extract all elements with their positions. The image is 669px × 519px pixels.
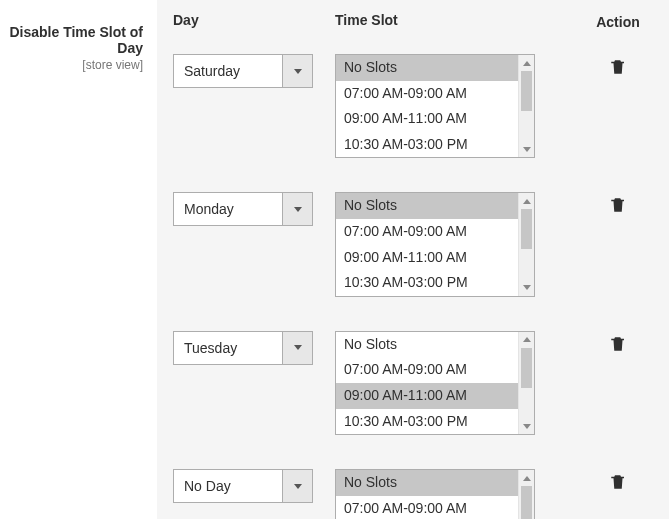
timeslot-option[interactable]: 10:30 AM-03:00 PM <box>336 270 518 296</box>
scroll-thumb[interactable] <box>521 348 532 388</box>
scrollbar[interactable] <box>518 55 534 157</box>
day-cell: Tuesday <box>173 331 335 365</box>
delete-icon[interactable] <box>609 478 627 494</box>
field-value-column: Day Time Slot Action SaturdayNo Slots07:… <box>157 0 669 519</box>
timeslot-option[interactable]: 07:00 AM-09:00 AM <box>336 496 518 519</box>
scroll-up-icon[interactable] <box>519 193 534 209</box>
timeslot-option[interactable]: 07:00 AM-09:00 AM <box>336 81 518 107</box>
table-row: SaturdayNo Slots07:00 AM-09:00 AM09:00 A… <box>157 40 669 172</box>
timeslot-option[interactable]: 09:00 AM-11:00 AM <box>336 383 518 409</box>
day-select-value: Tuesday <box>174 332 282 364</box>
day-select[interactable]: Saturday <box>173 54 313 88</box>
chevron-down-icon[interactable] <box>282 55 312 87</box>
day-cell: No Day <box>173 469 335 503</box>
scroll-down-icon[interactable] <box>519 141 534 157</box>
timeslot-cell: No Slots07:00 AM-09:00 AM09:00 AM-11:00 … <box>335 192 583 296</box>
table-header: Day Time Slot Action <box>157 0 669 40</box>
scroll-up-icon[interactable] <box>519 470 534 486</box>
header-timeslot: Time Slot <box>335 12 583 28</box>
timeslot-cell: No Slots07:00 AM-09:00 AM09:00 AM-11:00 … <box>335 331 583 435</box>
timeslot-listbox[interactable]: No Slots07:00 AM-09:00 AM09:00 AM-11:00 … <box>335 469 535 519</box>
delete-icon[interactable] <box>609 340 627 356</box>
timeslot-option[interactable]: No Slots <box>336 332 518 358</box>
timeslot-listbox[interactable]: No Slots07:00 AM-09:00 AM09:00 AM-11:00 … <box>335 331 535 435</box>
timeslot-option[interactable]: No Slots <box>336 193 518 219</box>
delete-icon[interactable] <box>609 201 627 217</box>
scrollbar[interactable] <box>518 332 534 434</box>
day-select-value: Saturday <box>174 55 282 87</box>
timeslot-option[interactable]: 09:00 AM-11:00 AM <box>336 106 518 132</box>
action-cell <box>583 192 653 217</box>
chevron-down-icon[interactable] <box>282 332 312 364</box>
scroll-down-icon[interactable] <box>519 280 534 296</box>
scroll-thumb[interactable] <box>521 486 532 519</box>
scrollbar[interactable] <box>518 470 534 519</box>
scroll-up-icon[interactable] <box>519 55 534 71</box>
day-select[interactable]: Tuesday <box>173 331 313 365</box>
header-day: Day <box>173 12 335 28</box>
action-cell <box>583 469 653 494</box>
day-select[interactable]: Monday <box>173 192 313 226</box>
action-cell <box>583 54 653 79</box>
timeslot-cell: No Slots07:00 AM-09:00 AM09:00 AM-11:00 … <box>335 469 583 519</box>
timeslot-option[interactable]: 07:00 AM-09:00 AM <box>336 357 518 383</box>
timeslot-option[interactable]: 10:30 AM-03:00 PM <box>336 409 518 435</box>
timeslot-cell: No Slots07:00 AM-09:00 AM09:00 AM-11:00 … <box>335 54 583 158</box>
day-select[interactable]: No Day <box>173 469 313 503</box>
scroll-up-icon[interactable] <box>519 332 534 348</box>
day-select-value: No Day <box>174 470 282 502</box>
table-row: MondayNo Slots07:00 AM-09:00 AM09:00 AM-… <box>157 178 669 310</box>
delete-icon[interactable] <box>609 63 627 79</box>
table-row: No DayNo Slots07:00 AM-09:00 AM09:00 AM-… <box>157 455 669 519</box>
timeslot-listbox[interactable]: No Slots07:00 AM-09:00 AM09:00 AM-11:00 … <box>335 54 535 158</box>
table-row: TuesdayNo Slots07:00 AM-09:00 AM09:00 AM… <box>157 317 669 449</box>
field-label: Disable Time Slot of Day <box>8 24 143 56</box>
header-action: Action <box>583 10 653 30</box>
scroll-track[interactable] <box>519 486 534 519</box>
day-cell: Saturday <box>173 54 335 88</box>
timeslot-option[interactable]: 09:00 AM-11:00 AM <box>336 245 518 271</box>
field-scope: [store view] <box>8 58 143 72</box>
scroll-thumb[interactable] <box>521 209 532 249</box>
field-label-column: Disable Time Slot of Day [store view] <box>0 0 157 72</box>
chevron-down-icon[interactable] <box>282 193 312 225</box>
scroll-thumb[interactable] <box>521 71 532 111</box>
day-cell: Monday <box>173 192 335 226</box>
action-cell <box>583 331 653 356</box>
scroll-down-icon[interactable] <box>519 418 534 434</box>
scroll-track[interactable] <box>519 209 534 279</box>
day-select-value: Monday <box>174 193 282 225</box>
timeslot-listbox[interactable]: No Slots07:00 AM-09:00 AM09:00 AM-11:00 … <box>335 192 535 296</box>
scrollbar[interactable] <box>518 193 534 295</box>
config-row: Disable Time Slot of Day [store view] Da… <box>0 0 669 519</box>
timeslot-option[interactable]: 10:30 AM-03:00 PM <box>336 132 518 158</box>
scroll-track[interactable] <box>519 348 534 418</box>
chevron-down-icon[interactable] <box>282 470 312 502</box>
timeslot-option[interactable]: 07:00 AM-09:00 AM <box>336 219 518 245</box>
timeslot-option[interactable]: No Slots <box>336 55 518 81</box>
timeslot-option[interactable]: No Slots <box>336 470 518 496</box>
scroll-track[interactable] <box>519 71 534 141</box>
